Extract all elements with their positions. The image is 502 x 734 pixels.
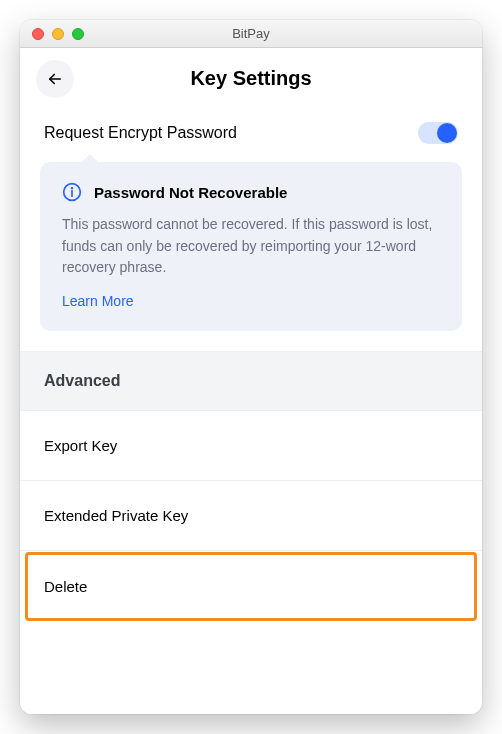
traffic-lights xyxy=(20,28,84,40)
minimize-window-button[interactable] xyxy=(52,28,64,40)
info-card: Password Not Recoverable This password c… xyxy=(40,162,462,331)
extended-private-key-item[interactable]: Extended Private Key xyxy=(20,481,482,551)
extended-private-key-label: Extended Private Key xyxy=(44,507,188,524)
encrypt-password-label: Request Encrypt Password xyxy=(44,124,237,142)
fullscreen-window-button[interactable] xyxy=(72,28,84,40)
info-card-header: Password Not Recoverable xyxy=(62,182,440,202)
page-header: Key Settings xyxy=(20,48,482,108)
app-window: BitPay Key Settings Request Encrypt Pass… xyxy=(20,20,482,714)
toggle-knob xyxy=(437,123,457,143)
page-title: Key Settings xyxy=(190,67,311,90)
close-window-button[interactable] xyxy=(32,28,44,40)
learn-more-link[interactable]: Learn More xyxy=(62,293,440,309)
svg-point-3 xyxy=(72,188,73,189)
delete-item[interactable]: Delete xyxy=(26,553,476,620)
info-card-pointer xyxy=(80,154,100,164)
export-key-label: Export Key xyxy=(44,437,117,454)
delete-label: Delete xyxy=(44,578,87,595)
content-area: Key Settings Request Encrypt Password Pa… xyxy=(20,48,482,714)
back-button[interactable] xyxy=(36,60,74,98)
info-icon xyxy=(62,182,82,202)
window-title: BitPay xyxy=(20,26,482,41)
titlebar: BitPay xyxy=(20,20,482,48)
info-card-container: Password Not Recoverable This password c… xyxy=(20,162,482,351)
info-card-body: This password cannot be recovered. If th… xyxy=(62,214,440,279)
info-card-title: Password Not Recoverable xyxy=(94,184,287,201)
encrypt-password-toggle[interactable] xyxy=(418,122,458,144)
arrow-left-icon xyxy=(46,70,64,88)
advanced-section-header: Advanced xyxy=(20,351,482,411)
export-key-item[interactable]: Export Key xyxy=(20,411,482,481)
